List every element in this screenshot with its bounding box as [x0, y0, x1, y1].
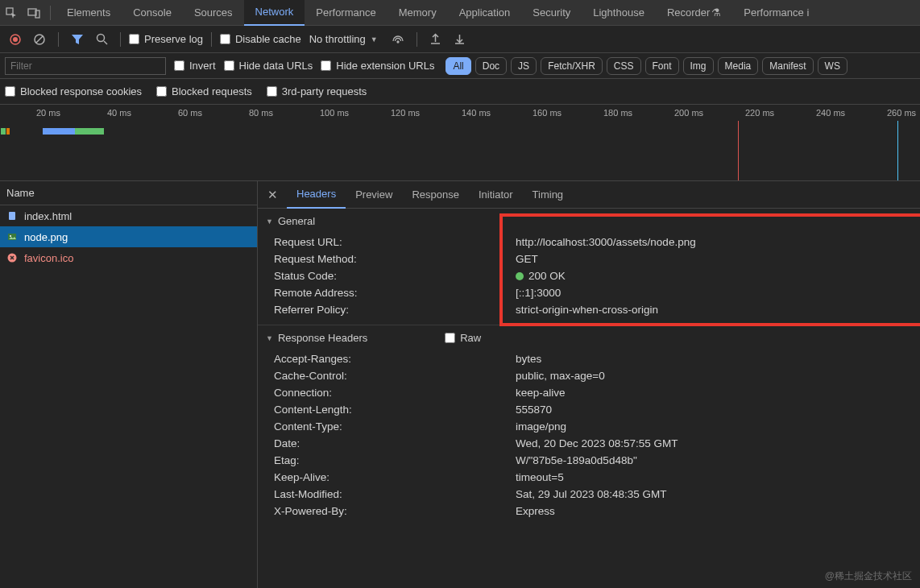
filter-icon[interactable]	[67, 29, 88, 50]
tab-memory[interactable]: Memory	[387, 0, 448, 26]
list-header-name[interactable]: Name	[0, 181, 257, 205]
type-chip-img[interactable]: Img	[683, 57, 714, 75]
header-value: Sat, 29 Jul 2023 08:48:35 GMT	[516, 488, 667, 500]
header-key: Connection:	[274, 387, 516, 399]
hide-data-label: Hide data URLs	[239, 60, 313, 72]
header-row: X-Powered-By:Express	[266, 503, 912, 520]
detail-tab-initiator[interactable]: Initiator	[469, 181, 523, 209]
invert-checkbox[interactable]: Invert	[174, 60, 216, 72]
timeline-bar	[75, 128, 104, 135]
document-icon	[6, 210, 18, 222]
detail-tab-headers[interactable]: Headers	[287, 181, 346, 209]
header-row: Content-Type:image/png	[266, 418, 912, 435]
request-row[interactable]: favicon.ico	[0, 247, 257, 268]
blocked-req-label: Blocked requests	[172, 85, 252, 97]
tab-application[interactable]: Application	[448, 0, 522, 26]
header-value: [::1]:3000	[516, 287, 561, 299]
header-row: Accept-Ranges:bytes	[266, 350, 912, 367]
download-icon[interactable]	[450, 29, 470, 50]
separator	[120, 32, 121, 47]
header-row: Request Method:GET	[266, 251, 912, 267]
header-key: Etag:	[274, 454, 516, 466]
type-chip-fetchxhr[interactable]: Fetch/XHR	[541, 57, 603, 75]
type-chip-media[interactable]: Media	[718, 57, 759, 75]
search-icon[interactable]	[91, 29, 112, 50]
tab-elements[interactable]: Elements	[56, 0, 122, 26]
header-value: 555870	[516, 404, 552, 416]
timeline-tick: 240 ms	[816, 108, 845, 118]
type-chip-js[interactable]: JS	[511, 57, 537, 75]
header-value: timeout=5	[516, 471, 564, 483]
tab-security[interactable]: Security	[521, 0, 582, 26]
devtools-tabs: ElementsConsoleSourcesNetworkPerformance…	[0, 0, 920, 26]
header-row: Etag:W/"87b5e-189a0d5d48b"	[266, 452, 912, 469]
tab-lighthouse[interactable]: Lighthouse	[582, 0, 656, 26]
tab-sources[interactable]: Sources	[183, 0, 244, 26]
preserve-log-label: Preserve log	[144, 33, 203, 45]
response-headers-section: ▼ Response Headers Raw Accept-Ranges:byt…	[258, 325, 920, 526]
request-name: favicon.ico	[24, 252, 73, 264]
blocked-requests-checkbox[interactable]: Blocked requests	[156, 85, 252, 97]
watermark: @稀土掘金技术社区	[825, 569, 912, 583]
blocked-cookies-checkbox[interactable]: Blocked response cookies	[5, 85, 142, 97]
header-key: Date:	[274, 437, 516, 449]
type-chip-all[interactable]: All	[445, 57, 470, 75]
svg-rect-10	[9, 212, 15, 220]
network-conditions-icon[interactable]	[387, 29, 408, 50]
header-value: image/png	[516, 420, 566, 433]
general-section-toggle[interactable]: ▼ General	[266, 209, 912, 234]
tab-network[interactable]: Network	[244, 0, 305, 26]
type-chip-manifest[interactable]: Manifest	[762, 57, 813, 75]
third-party-checkbox[interactable]: 3rd-party requests	[267, 85, 367, 97]
type-chip-doc[interactable]: Doc	[475, 57, 507, 75]
header-value: strict-origin-when-cross-origin	[516, 304, 658, 316]
device-toolbar-icon[interactable]	[23, 2, 45, 24]
error-icon	[6, 252, 18, 263]
close-icon[interactable]: ✕	[261, 184, 284, 206]
triangle-down-icon: ▼	[266, 334, 273, 342]
header-key: Request Method:	[274, 253, 516, 265]
header-value: GET	[516, 253, 538, 265]
clear-icon[interactable]	[29, 29, 50, 50]
type-chip-ws[interactable]: WS	[818, 57, 847, 75]
header-row: Cache-Control:public, max-age=0	[266, 367, 912, 384]
header-key: Content-Type:	[274, 420, 516, 433]
hide-extension-urls-checkbox[interactable]: Hide extension URLs	[321, 60, 434, 72]
tab-console[interactable]: Console	[122, 0, 183, 26]
tab-performance-i[interactable]: Performance i	[732, 0, 820, 26]
header-value: 200 OK	[516, 270, 566, 282]
response-headers-toggle[interactable]: ▼ Response Headers Raw	[266, 325, 912, 350]
header-row: Content-Length:555870	[266, 401, 912, 418]
request-row[interactable]: index.html	[0, 205, 257, 226]
network-timeline[interactable]: 20 ms40 ms60 ms80 ms100 ms120 ms140 ms16…	[0, 105, 920, 181]
hide-ext-label: Hide extension URLs	[336, 60, 434, 72]
tab-performance[interactable]: Performance	[305, 0, 387, 26]
request-row[interactable]: node.png	[0, 226, 257, 247]
header-row: Keep-Alive:timeout=5	[266, 469, 912, 486]
header-key: Content-Length:	[274, 404, 516, 416]
tab-recorder[interactable]: Recorder ⚗	[656, 0, 732, 26]
third-party-label: 3rd-party requests	[282, 85, 367, 97]
type-chip-font[interactable]: Font	[645, 57, 679, 75]
raw-toggle[interactable]: Raw	[445, 332, 481, 344]
disable-cache-checkbox[interactable]: Disable cache	[220, 33, 301, 45]
hide-data-urls-checkbox[interactable]: Hide data URLs	[224, 60, 313, 72]
header-key: Accept-Ranges:	[274, 353, 516, 365]
upload-icon[interactable]	[425, 29, 446, 50]
detail-tab-response[interactable]: Response	[402, 181, 469, 209]
detail-tab-timing[interactable]: Timing	[523, 181, 574, 209]
record-icon[interactable]	[5, 29, 26, 50]
throttling-select[interactable]: No throttling ▼	[309, 33, 378, 45]
request-detail-panel: ✕ HeadersPreviewResponseInitiatorTiming …	[258, 181, 920, 588]
filter-input[interactable]	[5, 57, 166, 75]
header-row: Last-Modified:Sat, 29 Jul 2023 08:48:35 …	[266, 486, 912, 503]
header-key: Cache-Control:	[274, 370, 516, 382]
separator	[211, 32, 212, 47]
request-name: index.html	[24, 210, 72, 222]
inspect-element-icon[interactable]	[0, 2, 23, 24]
header-key: Request URL:	[274, 236, 516, 248]
detail-tab-preview[interactable]: Preview	[346, 181, 402, 209]
type-chip-css[interactable]: CSS	[607, 57, 641, 75]
timeline-tick: 40 ms	[107, 108, 131, 118]
preserve-log-checkbox[interactable]: Preserve log	[129, 33, 203, 45]
